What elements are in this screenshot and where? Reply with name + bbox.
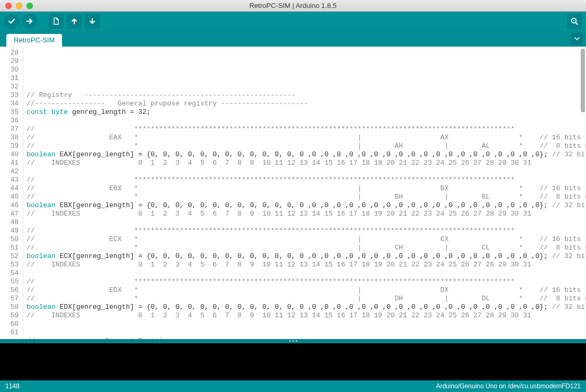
- line-number: 28: [0, 49, 19, 57]
- line-number: 34: [0, 100, 19, 108]
- code-line[interactable]: // ECX * | CX * // 16 bits: [27, 235, 586, 244]
- code-line[interactable]: [27, 117, 586, 125]
- code-line[interactable]: // EDX * | DX * // 16 bits: [27, 286, 586, 295]
- line-number: 45: [0, 193, 19, 201]
- svg-line-1: [576, 23, 578, 25]
- line-number: 48: [0, 218, 19, 227]
- svg-point-2: [573, 20, 574, 21]
- status-bar: 1148 Arduino/Genuino Uno on /dev/cu.usbm…: [0, 380, 586, 392]
- code-line[interactable]: // * | BH | BL * // 8 bits c/u: [27, 193, 586, 201]
- serial-monitor-button[interactable]: [567, 14, 582, 29]
- code-line[interactable]: [27, 269, 586, 278]
- line-number-gutter: 2829303132333435363738394041424344454647…: [0, 47, 23, 339]
- line-number: 33: [0, 91, 19, 100]
- scrollbar-thumb[interactable]: [581, 49, 585, 112]
- code-area[interactable]: // Registry ----------------------------…: [23, 47, 586, 339]
- line-number: 31: [0, 74, 19, 83]
- toolbar: [0, 12, 586, 31]
- code-line[interactable]: // *************************************…: [27, 176, 586, 184]
- file-icon: [53, 17, 60, 25]
- status-line-number: 1148: [5, 382, 20, 390]
- code-line[interactable]: //----------------- General prupose regi…: [27, 100, 586, 108]
- line-number: 57: [0, 295, 19, 303]
- line-number: 53: [0, 261, 19, 269]
- line-number: 38: [0, 133, 19, 142]
- line-number: 61: [0, 328, 19, 337]
- code-line[interactable]: // EAX * | AX * // 16 bits: [27, 133, 586, 142]
- line-number: 47: [0, 210, 19, 218]
- code-line[interactable]: // INDEXES 0 1 2 3 4 5 6 7 8 9 10 11 12 …: [27, 311, 586, 320]
- line-number: 59: [0, 311, 19, 320]
- code-line[interactable]: boolean EDX[genreg_length] = {0, 0, 0, 0…: [27, 303, 586, 311]
- console-output[interactable]: [0, 343, 586, 380]
- code-line[interactable]: [27, 167, 586, 176]
- code-line[interactable]: boolean EAX[genreg_length] = {0, 0, 0, 0…: [27, 150, 586, 159]
- chevron-down-icon: [574, 35, 580, 42]
- status-board-port: Arduino/Genuino Uno on /dev/cu.usbmodemF…: [436, 382, 581, 390]
- line-number: 49: [0, 227, 19, 235]
- line-number: 56: [0, 286, 19, 295]
- line-number: 52: [0, 252, 19, 261]
- code-line[interactable]: [27, 83, 586, 91]
- code-line[interactable]: // *************************************…: [27, 278, 586, 286]
- new-button[interactable]: [49, 14, 64, 29]
- line-number: 30: [0, 66, 19, 74]
- code-line[interactable]: // *************************************…: [27, 227, 586, 235]
- grip-dots-icon: [289, 340, 297, 342]
- check-icon: [8, 17, 15, 25]
- code-line[interactable]: // * | DH | DL * // 8 bits c/u: [27, 295, 586, 303]
- titlebar: RetroPC-SIM | Arduino 1.8.5: [0, 0, 586, 12]
- line-number: 51: [0, 244, 19, 252]
- line-number: 37: [0, 125, 19, 133]
- code-line[interactable]: // * | CH | CL * // 8 bits c/u: [27, 244, 586, 252]
- tab-retropc-sim[interactable]: RetroPC-SIM: [6, 34, 62, 47]
- code-line[interactable]: [27, 328, 586, 337]
- arrow-right-icon: [26, 17, 33, 25]
- code-line[interactable]: // * | AH | AL * // 8 bits c/u: [27, 142, 586, 150]
- code-line[interactable]: boolean EBX[genreg_length] = {0, 0, 0, 0…: [27, 201, 586, 210]
- code-line[interactable]: // INDEXES 0 1 2 3 4 5 6 7 8 9 10 11 12 …: [27, 210, 586, 218]
- verify-button[interactable]: [4, 14, 19, 29]
- line-number: 36: [0, 117, 19, 125]
- line-number: 54: [0, 269, 19, 278]
- line-number: 29: [0, 57, 19, 66]
- open-button[interactable]: [67, 14, 82, 29]
- line-number: 42: [0, 167, 19, 176]
- code-line[interactable]: // EBX * | BX * // 16 bits: [27, 184, 586, 193]
- line-number: 44: [0, 184, 19, 193]
- window-title: RetroPC-SIM | Arduino 1.8.5: [0, 2, 586, 10]
- code-line[interactable]: [27, 74, 586, 83]
- serial-monitor-icon: [570, 17, 579, 25]
- line-number: 58: [0, 303, 19, 311]
- tab-bar: RetroPC-SIM: [0, 31, 586, 47]
- line-number: 50: [0, 235, 19, 244]
- code-line[interactable]: boolean ECX[genreg_length] = {0, 0, 0, 0…: [27, 252, 586, 261]
- editor[interactable]: 2829303132333435363738394041424344454647…: [0, 47, 586, 339]
- save-button[interactable]: [85, 14, 100, 29]
- line-number: 35: [0, 108, 19, 117]
- line-number: 46: [0, 201, 19, 210]
- code-line[interactable]: // *************************************…: [27, 125, 586, 133]
- arrow-down-icon: [89, 17, 96, 25]
- app-window: RetroPC-SIM | Arduino 1.8.5 RetroPC-SIM: [0, 0, 586, 392]
- line-number: 55: [0, 278, 19, 286]
- code-line[interactable]: // INDEXES 0 1 2 3 4 5 6 7 8 9 10 11 12 …: [27, 159, 586, 167]
- code-line[interactable]: [27, 218, 586, 227]
- tabs-dropdown-button[interactable]: [571, 33, 583, 44]
- arrow-up-icon: [71, 17, 78, 25]
- code-line[interactable]: // Registry ----------------------------…: [27, 91, 586, 100]
- upload-button[interactable]: [22, 14, 37, 29]
- line-number: 43: [0, 176, 19, 184]
- console-resize-handle[interactable]: [0, 339, 586, 343]
- line-number: 32: [0, 83, 19, 91]
- line-number: 40: [0, 150, 19, 159]
- line-number: 60: [0, 320, 19, 328]
- code-line[interactable]: [27, 66, 586, 74]
- code-line[interactable]: // INDEXES 0 1 2 3 4 5 6 7 8 9 10 11 12 …: [27, 261, 586, 269]
- line-number: 39: [0, 142, 19, 150]
- line-number: 41: [0, 159, 19, 167]
- code-line[interactable]: const byte genreg_length = 32;: [27, 108, 586, 117]
- code-line[interactable]: [27, 320, 586, 328]
